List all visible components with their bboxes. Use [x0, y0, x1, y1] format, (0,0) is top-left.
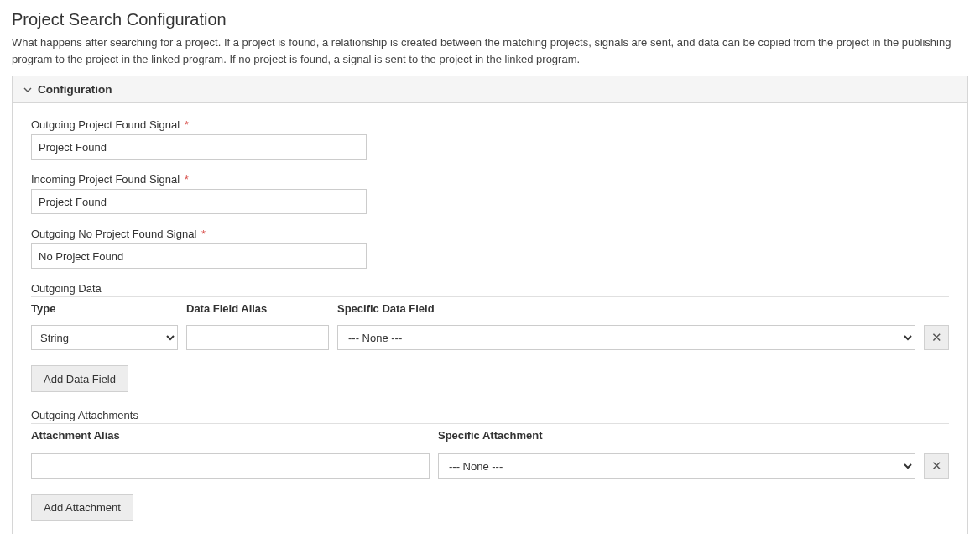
- outgoing-found-group: Outgoing Project Found Signal *: [31, 118, 949, 160]
- configuration-panel-header[interactable]: Configuration: [13, 76, 967, 103]
- outgoing-attachments-label: Outgoing Attachments: [31, 409, 949, 421]
- close-icon: ✕: [931, 330, 942, 345]
- outgoing-found-input[interactable]: [31, 134, 367, 160]
- incoming-found-input[interactable]: [31, 189, 367, 214]
- outgoing-found-label-text: Outgoing Project Found Signal: [31, 118, 180, 131]
- outgoing-data-header: Type Data Field Alias Specific Data Fiel…: [31, 302, 949, 315]
- header-alias: Data Field Alias: [186, 302, 329, 315]
- outgoing-not-found-group: Outgoing No Project Found Signal *: [31, 228, 949, 269]
- header-attach-alias: Attachment Alias: [31, 429, 430, 442]
- outgoing-not-found-input[interactable]: [31, 243, 367, 269]
- header-type: Type: [31, 302, 178, 315]
- incoming-found-label-text: Incoming Project Found Signal: [31, 173, 180, 186]
- specific-attachment-select[interactable]: --- None ---: [438, 453, 915, 479]
- chevron-down-icon: [23, 85, 33, 95]
- configuration-panel-body: Outgoing Project Found Signal * Incoming…: [13, 103, 967, 534]
- required-marker: *: [185, 118, 189, 131]
- divider: [31, 296, 949, 297]
- outgoing-not-found-label: Outgoing No Project Found Signal *: [31, 228, 949, 240]
- outgoing-not-found-label-text: Outgoing No Project Found Signal: [31, 228, 196, 240]
- header-specific: Specific Data Field: [337, 302, 949, 315]
- close-icon: ✕: [931, 458, 942, 474]
- attachment-row: --- None --- ✕: [31, 453, 949, 479]
- page-description: What happens after searching for a proje…: [12, 34, 968, 67]
- incoming-found-group: Incoming Project Found Signal *: [31, 173, 949, 214]
- specific-data-select[interactable]: --- None ---: [337, 325, 915, 350]
- add-data-field-button[interactable]: Add Data Field: [31, 365, 128, 392]
- remove-attachment-row-button[interactable]: ✕: [924, 453, 949, 479]
- outgoing-attachments-block: Outgoing Attachments Attachment Alias Sp…: [31, 409, 949, 521]
- page-title: Project Search Configuration: [12, 10, 968, 29]
- required-marker: *: [201, 228, 206, 240]
- header-attach-specific: Specific Attachment: [438, 429, 949, 442]
- configuration-panel: Configuration Outgoing Project Found Sig…: [12, 76, 968, 534]
- remove-data-row-button[interactable]: ✕: [924, 325, 949, 350]
- divider: [31, 423, 949, 424]
- data-alias-input[interactable]: [186, 325, 329, 350]
- panel-title: Configuration: [38, 83, 112, 96]
- outgoing-found-label: Outgoing Project Found Signal *: [31, 118, 949, 131]
- data-row: String --- None --- ✕: [31, 325, 949, 350]
- add-attachment-button[interactable]: Add Attachment: [31, 494, 133, 521]
- required-marker: *: [185, 173, 189, 186]
- attachment-alias-input[interactable]: [31, 453, 430, 479]
- type-select[interactable]: String: [31, 325, 178, 350]
- attachments-header: Attachment Alias Specific Attachment: [31, 429, 949, 442]
- incoming-found-label: Incoming Project Found Signal *: [31, 173, 949, 186]
- outgoing-data-label: Outgoing Data: [31, 282, 949, 295]
